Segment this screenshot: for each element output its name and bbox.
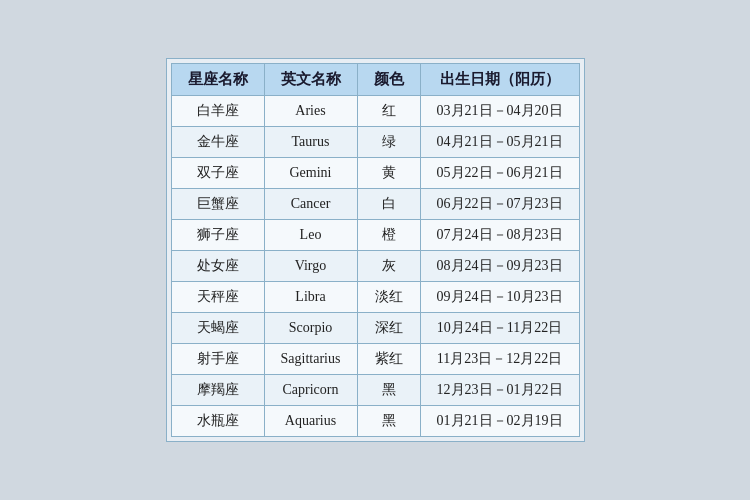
cell-color: 黑 [357, 375, 420, 406]
cell-color: 黄 [357, 158, 420, 189]
table-row: 巨蟹座Cancer白06月22日－07月23日 [171, 189, 579, 220]
cell-english-name: Aries [264, 96, 357, 127]
cell-chinese-name: 天蝎座 [171, 313, 264, 344]
cell-english-name: Aquarius [264, 406, 357, 437]
cell-english-name: Taurus [264, 127, 357, 158]
cell-date: 05月22日－06月21日 [420, 158, 579, 189]
cell-chinese-name: 摩羯座 [171, 375, 264, 406]
cell-chinese-name: 狮子座 [171, 220, 264, 251]
table-row: 射手座Sagittarius紫红11月23日－12月22日 [171, 344, 579, 375]
cell-date: 11月23日－12月22日 [420, 344, 579, 375]
table-row: 白羊座Aries红03月21日－04月20日 [171, 96, 579, 127]
cell-color: 黑 [357, 406, 420, 437]
cell-color: 灰 [357, 251, 420, 282]
header-date: 出生日期（阳历） [420, 64, 579, 96]
cell-chinese-name: 白羊座 [171, 96, 264, 127]
table-row: 水瓶座Aquarius黑01月21日－02月19日 [171, 406, 579, 437]
zodiac-table: 星座名称 英文名称 颜色 出生日期（阳历） 白羊座Aries红03月21日－04… [171, 63, 580, 437]
cell-chinese-name: 天秤座 [171, 282, 264, 313]
table-row: 双子座Gemini黄05月22日－06月21日 [171, 158, 579, 189]
cell-english-name: Scorpio [264, 313, 357, 344]
table-row: 处女座Virgo灰08月24日－09月23日 [171, 251, 579, 282]
zodiac-table-container: 星座名称 英文名称 颜色 出生日期（阳历） 白羊座Aries红03月21日－04… [166, 58, 585, 442]
cell-date: 03月21日－04月20日 [420, 96, 579, 127]
cell-color: 淡红 [357, 282, 420, 313]
cell-english-name: Gemini [264, 158, 357, 189]
cell-date: 06月22日－07月23日 [420, 189, 579, 220]
cell-date: 07月24日－08月23日 [420, 220, 579, 251]
cell-color: 橙 [357, 220, 420, 251]
cell-chinese-name: 金牛座 [171, 127, 264, 158]
cell-color: 白 [357, 189, 420, 220]
header-english-name: 英文名称 [264, 64, 357, 96]
cell-date: 08月24日－09月23日 [420, 251, 579, 282]
cell-date: 09月24日－10月23日 [420, 282, 579, 313]
table-row: 天蝎座Scorpio深红10月24日－11月22日 [171, 313, 579, 344]
cell-color: 深红 [357, 313, 420, 344]
header-chinese-name: 星座名称 [171, 64, 264, 96]
cell-color: 绿 [357, 127, 420, 158]
table-row: 狮子座Leo橙07月24日－08月23日 [171, 220, 579, 251]
table-header-row: 星座名称 英文名称 颜色 出生日期（阳历） [171, 64, 579, 96]
cell-date: 04月21日－05月21日 [420, 127, 579, 158]
cell-chinese-name: 水瓶座 [171, 406, 264, 437]
cell-date: 01月21日－02月19日 [420, 406, 579, 437]
cell-chinese-name: 处女座 [171, 251, 264, 282]
cell-english-name: Leo [264, 220, 357, 251]
cell-english-name: Virgo [264, 251, 357, 282]
cell-chinese-name: 双子座 [171, 158, 264, 189]
cell-color: 红 [357, 96, 420, 127]
cell-english-name: Cancer [264, 189, 357, 220]
cell-chinese-name: 射手座 [171, 344, 264, 375]
cell-date: 10月24日－11月22日 [420, 313, 579, 344]
table-row: 金牛座Taurus绿04月21日－05月21日 [171, 127, 579, 158]
table-row: 天秤座Libra淡红09月24日－10月23日 [171, 282, 579, 313]
header-color: 颜色 [357, 64, 420, 96]
cell-chinese-name: 巨蟹座 [171, 189, 264, 220]
table-row: 摩羯座Capricorn黑12月23日－01月22日 [171, 375, 579, 406]
cell-color: 紫红 [357, 344, 420, 375]
cell-date: 12月23日－01月22日 [420, 375, 579, 406]
cell-english-name: Sagittarius [264, 344, 357, 375]
cell-english-name: Libra [264, 282, 357, 313]
cell-english-name: Capricorn [264, 375, 357, 406]
